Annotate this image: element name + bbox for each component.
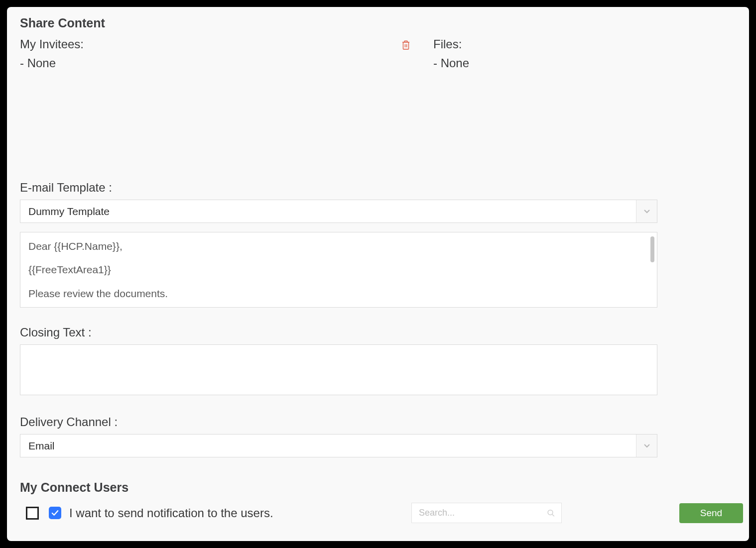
share-content-panel: Share Content My Invitees: - None Files:… — [7, 7, 749, 541]
trash-icon[interactable] — [401, 40, 411, 51]
svg-rect-0 — [403, 42, 409, 49]
send-button[interactable]: Send — [679, 503, 743, 523]
delivery-channel-value: Email — [20, 440, 636, 452]
search-field[interactable] — [411, 503, 562, 523]
search-input[interactable] — [418, 507, 547, 519]
chevron-down-icon — [636, 435, 657, 457]
scrollbar-thumb[interactable] — [650, 236, 654, 262]
select-all-checkbox[interactable] — [26, 507, 39, 520]
check-icon — [51, 510, 59, 516]
email-template-body[interactable]: Dear {{HCP.Name}}, {{FreeTextArea1}} Ple… — [20, 232, 657, 308]
email-template-value: Dummy Template — [20, 206, 636, 218]
email-template-label: E-mail Template : — [20, 181, 736, 195]
connect-users-title: My Connect Users — [20, 480, 736, 495]
closing-text-input[interactable] — [20, 344, 657, 395]
email-template-body-text: Dear {{HCP.Name}}, {{FreeTextArea1}} Ple… — [20, 232, 657, 307]
invitees-none: - None — [20, 56, 408, 70]
files-label: Files: — [433, 37, 736, 51]
page-title: Share Content — [20, 16, 736, 30]
delivery-channel-select[interactable]: Email — [20, 434, 657, 457]
invitees-label: My Invitees: — [20, 37, 408, 51]
template-line: Please review the documents. — [28, 287, 649, 300]
invitees-files-row: My Invitees: - None Files: - None — [20, 37, 736, 152]
template-line: Dear {{HCP.Name}}, — [28, 239, 649, 253]
notify-checkbox[interactable] — [49, 507, 61, 519]
delivery-channel-label: Delivery Channel : — [20, 415, 736, 429]
template-line: {{FreeTextArea1}} — [28, 263, 649, 276]
closing-text-label: Closing Text : — [20, 326, 736, 339]
email-template-select[interactable]: Dummy Template — [20, 200, 657, 223]
files-column: Files: - None — [408, 37, 736, 152]
invitees-column: My Invitees: - None — [20, 37, 408, 152]
search-icon — [547, 509, 555, 518]
files-none: - None — [433, 56, 736, 70]
connect-users-row: I want to send notification to the users… — [20, 503, 736, 523]
svg-point-1 — [548, 510, 553, 515]
notify-label: I want to send notification to the users… — [69, 506, 273, 520]
chevron-down-icon — [636, 200, 657, 222]
